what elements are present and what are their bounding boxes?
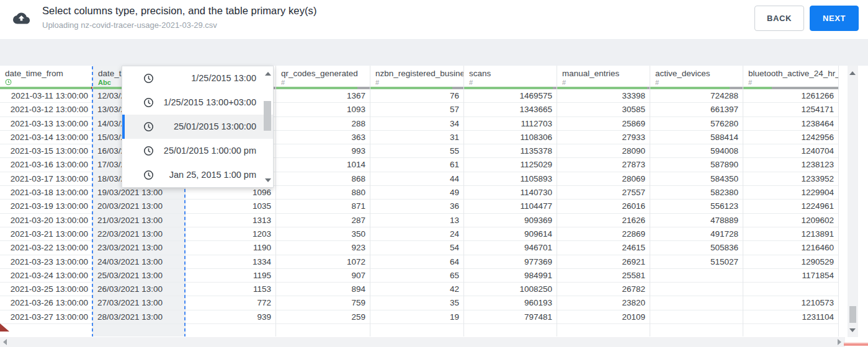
scroll-right-icon[interactable] [838,339,841,345]
table-cell [650,296,743,310]
table-cell: 2021-03-23 13:00:00 [0,255,92,269]
table-cell: 909614 [464,227,557,241]
table-cell: 31 [370,131,463,144]
column-type-indicator: # [748,79,838,87]
table-cell: 19 [370,310,463,324]
table-cell: 1125029 [464,158,557,172]
table-cell: 25581 [557,269,650,283]
table-cell: 42 [370,283,463,296]
table-cell: 1195 [186,269,275,283]
table-cell: 26782 [557,283,650,296]
dropdown-option[interactable]: 1/25/2015 13:00+03:00 [122,90,273,115]
table-cell: 1367 [276,89,370,103]
table-cell: 55 [370,144,463,158]
table-cell: 1014 [276,158,370,172]
table-cell: 1210573 [743,296,838,310]
table-cell [650,310,743,324]
date-format-options: 1/25/2015 13:001/25/2015 13:00+03:0025/0… [122,66,273,187]
table-cell: 907 [276,269,370,283]
table-column-scans: scans#1469575134366511127031108306113537… [464,66,557,336]
table-column-bluetooth_active_24_hr_: bluetooth_active_24_hr_#1261266125417112… [743,66,839,336]
table-cell: 1153 [186,283,275,296]
column-header-date_time_from[interactable]: date_time_from [0,66,92,87]
column-name: manual_entries [562,69,650,78]
table-cell: 363 [276,131,370,144]
column-header-qr_codes_generated[interactable]: qr_codes_generated# [276,66,370,87]
dropdown-option[interactable]: 25/01/2015 1:00:00 pm [122,139,273,163]
table-cell: 491728 [650,227,743,241]
column-header-manual_entries[interactable]: manual_entries# [557,66,650,87]
clock-icon [143,97,154,110]
table-cell: 64 [370,255,463,269]
table-cell: 2021-03-16 13:00:00 [0,158,92,172]
dropdown-option-label: 25/01/2015 1:00:00 pm [164,139,256,163]
table-cell: 34 [370,117,463,131]
more-rows-flag-icon [0,323,9,332]
table-cell: 797481 [464,310,557,324]
table-cell: 2021-03-18 13:00:00 [0,186,92,200]
scroll-up-icon[interactable] [849,71,856,75]
table-cell: 23820 [557,296,650,310]
table-cell: 30585 [557,103,650,116]
horizontal-scrollbar[interactable] [0,337,845,347]
table-cell: 1216460 [743,241,838,255]
vertical-scrollbar[interactable] [848,66,858,337]
scroll-down-icon[interactable] [849,328,856,332]
table-column-active_devices: active_devices#7242886613975762805884145… [650,66,743,336]
table-cell: 1105893 [464,172,557,186]
dropdown-option[interactable]: 1/25/2015 13:00 [122,66,273,90]
table-cell: 28069 [557,172,650,186]
back-button[interactable]: BACK [754,6,804,31]
table-cell: 977369 [464,255,557,269]
dropdown-scroll-down-icon[interactable] [265,178,271,182]
cloud-upload-icon [13,11,30,27]
column-type-clock-icon [5,79,92,87]
table-cell: 23/03/2021 13:00 [93,241,185,255]
table-cell: 868 [276,172,370,186]
table-cell: 2021-03-19 13:00:00 [0,200,92,213]
table-cell [650,283,743,296]
table-cell: 2021-03-11 13:00:00 [0,89,92,103]
scroll-left-icon[interactable] [3,339,7,345]
table-cell: 19/03/2021 13:00 [93,186,185,200]
table-cell: 1096 [186,186,275,200]
column-header-active_devices[interactable]: active_devices# [650,66,743,87]
app: Select columns type, precision, and the … [0,0,868,347]
table-cell: 1290529 [743,255,838,269]
table-cell: 1313 [186,214,275,227]
table-cell: 1343665 [464,103,557,116]
table-cell: 44 [370,172,463,186]
table-cell: 960193 [464,296,557,310]
table-cell: 13 [370,214,463,227]
table-cell: 772 [186,296,275,310]
dropdown-option[interactable]: Jan 25, 2015 1:00 pm [122,163,273,187]
table-cell: 2021-03-22 13:00:00 [0,241,92,255]
table-cell: 594008 [650,144,743,158]
column-header-nzbn_registered_busine[interactable]: nzbn_registered_busine# [370,66,463,87]
dropdown-scrollbar-thumb[interactable] [264,101,271,131]
next-button[interactable]: NEXT [810,6,859,31]
column-name: active_devices [655,69,743,78]
table-cell: 2021-03-15 13:00:00 [0,144,92,158]
dropdown-option-label: 1/25/2015 13:00 [191,66,256,90]
table-cell: 1229904 [743,186,838,200]
date-format-dropdown: 1/25/2015 13:001/25/2015 13:00+03:0025/0… [122,66,274,188]
table-cell: 288 [276,117,370,131]
table-cell: 24615 [557,241,650,255]
dropdown-scroll-up-icon[interactable] [265,72,271,76]
column-type-indicator: # [562,79,650,87]
table-cell: 505836 [650,241,743,255]
table-cell: 61 [370,158,463,172]
column-header-bluetooth_active_24_hr_[interactable]: bluetooth_active_24_hr_# [743,66,838,87]
vertical-scrollbar-thumb[interactable] [849,306,856,323]
column-header-scans[interactable]: scans# [464,66,557,87]
table-cell: 27/03/2021 13:00 [93,296,185,310]
dropdown-option[interactable]: 25/01/2015 13:00:00 [122,115,273,139]
table-cell: 1140730 [464,186,557,200]
table-cell: 587890 [650,158,743,172]
table-cell: 2021-03-14 13:00:00 [0,131,92,144]
table-cell: 350 [276,227,370,241]
table-cell: 20109 [557,310,650,324]
table-cell: 24 [370,227,463,241]
column-type-indicator: # [281,79,370,87]
